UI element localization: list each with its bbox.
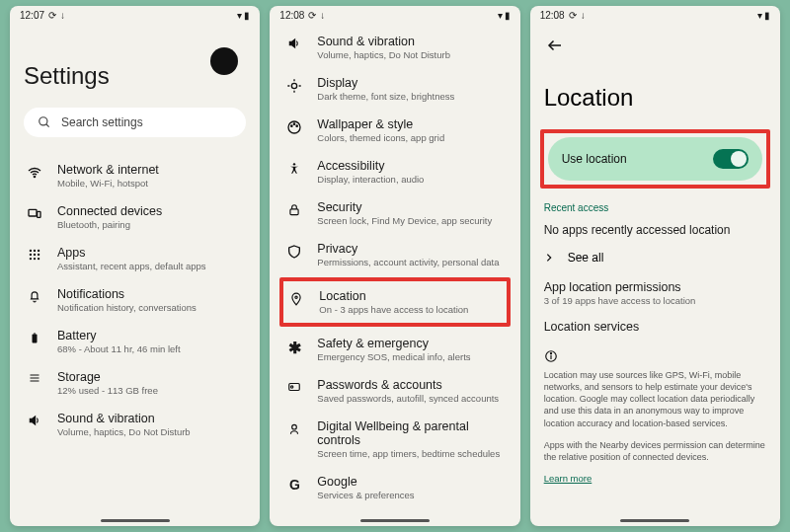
google-icon: G — [285, 477, 303, 493]
svg-rect-14 — [33, 335, 38, 343]
svg-point-11 — [30, 258, 32, 260]
app-permissions-title: App location permissions — [544, 280, 766, 294]
svg-point-10 — [38, 254, 40, 256]
settings-row-display[interactable]: DisplayDark theme, font size, brightness — [283, 68, 506, 110]
location-icon — [287, 291, 305, 307]
svg-point-2 — [34, 176, 35, 177]
wifi-icon: ▾ — [498, 10, 503, 21]
settings-row-wellbeing[interactable]: Digital Wellbeing & parental controlsScr… — [283, 412, 506, 467]
volume-icon — [26, 414, 43, 427]
highlight-use-location: Use location — [540, 129, 770, 189]
nav-pill[interactable] — [620, 519, 689, 522]
info-icon — [544, 349, 766, 363]
battery-icon — [26, 331, 43, 346]
settings-row-storage[interactable]: Storage12% used - 113 GB free — [24, 362, 246, 404]
screen-location: 12:08 ⟳ ↓ ▾ ▮ Location Use location Rece… — [530, 6, 780, 526]
location-services-row[interactable]: Location services — [544, 320, 766, 334]
status-icon: ⟳ — [569, 10, 577, 21]
svg-point-30 — [295, 296, 297, 298]
settings-row-google[interactable]: G GoogleServices & preferences — [283, 467, 506, 508]
volume-icon — [285, 37, 303, 50]
battery-icon: ▮ — [244, 10, 250, 21]
app-permissions-row[interactable]: App location permissions 3 of 19 apps ha… — [544, 280, 766, 306]
svg-point-28 — [293, 163, 295, 165]
svg-point-6 — [34, 250, 36, 252]
settings-row-security[interactable]: SecurityScreen lock, Find My Device, app… — [283, 192, 506, 234]
status-icon: ⟳ — [308, 10, 316, 21]
location-services-title: Location services — [544, 320, 766, 334]
info-text-2: Apps with the Nearby devices permission … — [544, 439, 766, 463]
status-bar: 12:08 ⟳ ↓ ▾ ▮ — [270, 6, 519, 23]
battery-icon: ▮ — [505, 10, 511, 21]
palette-icon — [285, 119, 303, 135]
use-location-toggle-row[interactable]: Use location — [548, 137, 762, 181]
app-permissions-sub: 3 of 19 apps have access to location — [544, 295, 766, 306]
status-bar: 12:08 ⟳ ↓ ▾ ▮ — [530, 6, 780, 23]
settings-row-connected[interactable]: Connected devicesBluetooth, pairing — [24, 196, 246, 238]
storage-icon — [26, 372, 43, 384]
nav-pill[interactable] — [360, 519, 430, 522]
svg-point-19 — [292, 83, 297, 88]
status-time: 12:08 — [540, 10, 565, 21]
svg-point-25 — [291, 125, 292, 126]
screen-settings-scroll: 12:08 ⟳ ↓ ▾ ▮ Sound & vibrationVolume, h… — [270, 6, 519, 526]
svg-point-0 — [40, 117, 47, 125]
brightness-icon — [285, 78, 303, 94]
svg-point-7 — [38, 250, 40, 252]
settings-row-sound[interactable]: Sound & vibrationVolume, haptics, Do Not… — [283, 27, 506, 68]
download-icon: ↓ — [581, 10, 586, 21]
privacy-icon — [285, 244, 303, 260]
settings-row-apps[interactable]: AppsAssistant, recent apps, default apps — [24, 238, 246, 279]
svg-point-32 — [291, 386, 293, 388]
wellbeing-icon — [285, 421, 303, 437]
svg-rect-15 — [34, 334, 36, 335]
settings-row-wallpaper[interactable]: Wallpaper & styleColors, themed icons, a… — [283, 110, 506, 151]
download-icon: ↓ — [60, 10, 65, 21]
settings-row-safety[interactable]: ✱ Safety & emergencyEmergency SOS, medic… — [283, 329, 506, 370]
download-icon: ↓ — [320, 10, 325, 21]
settings-row-battery[interactable]: Battery68% - About 11 hr, 46 min left — [24, 321, 246, 362]
search-input[interactable]: Search settings — [24, 108, 246, 137]
devices-icon — [26, 206, 43, 222]
learn-more-link[interactable]: Learn more — [544, 473, 766, 484]
nav-pill[interactable] — [101, 519, 170, 522]
svg-point-5 — [30, 250, 32, 252]
use-location-label: Use location — [562, 152, 627, 166]
toggle-switch[interactable] — [713, 149, 749, 169]
svg-point-8 — [30, 254, 32, 256]
settings-row-sound[interactable]: Sound & vibrationVolume, haptics, Do Not… — [24, 404, 246, 445]
svg-rect-29 — [290, 209, 298, 215]
search-icon — [38, 115, 51, 129]
settings-row-network[interactable]: Network & internetMobile, Wi-Fi, hotspot — [24, 155, 246, 196]
wifi-icon: ▾ — [237, 10, 242, 21]
svg-point-13 — [38, 258, 40, 260]
svg-point-33 — [292, 424, 297, 429]
bell-icon — [26, 289, 43, 303]
settings-row-location[interactable]: LocationOn - 3 apps have access to locat… — [285, 285, 504, 319]
settings-row-notifications[interactable]: NotificationsNotification history, conve… — [24, 279, 246, 321]
accessibility-icon — [285, 161, 303, 177]
wifi-icon: ▾ — [757, 10, 762, 21]
svg-point-26 — [294, 123, 295, 124]
svg-point-27 — [296, 125, 297, 126]
svg-point-37 — [550, 353, 551, 354]
see-all-row[interactable]: See all — [544, 251, 766, 265]
wifi-icon — [26, 165, 43, 181]
recent-access-heading: Recent access — [544, 202, 766, 213]
settings-row-privacy[interactable]: PrivacyPermissions, account activity, pe… — [283, 234, 506, 275]
status-time: 12:08 — [279, 10, 304, 21]
no-apps-text: No apps recently accessed location — [544, 223, 766, 237]
settings-row-passwords[interactable]: Passwords & accountsSaved passwords, aut… — [283, 370, 506, 412]
svg-point-12 — [34, 258, 36, 260]
back-button[interactable] — [544, 23, 766, 54]
chevron-right-icon — [544, 253, 554, 263]
battery-icon: ▮ — [764, 10, 770, 21]
key-icon — [285, 380, 303, 394]
svg-line-1 — [46, 124, 49, 127]
svg-rect-4 — [38, 211, 40, 217]
settings-row-accessibility[interactable]: AccessibilityDisplay, interaction, audio — [283, 151, 506, 192]
status-icon: ⟳ — [48, 10, 56, 21]
search-placeholder: Search settings — [61, 115, 143, 129]
status-bar: 12:07 ⟳ ↓ ▾ ▮ — [10, 6, 260, 23]
page-title: Location — [544, 84, 766, 112]
